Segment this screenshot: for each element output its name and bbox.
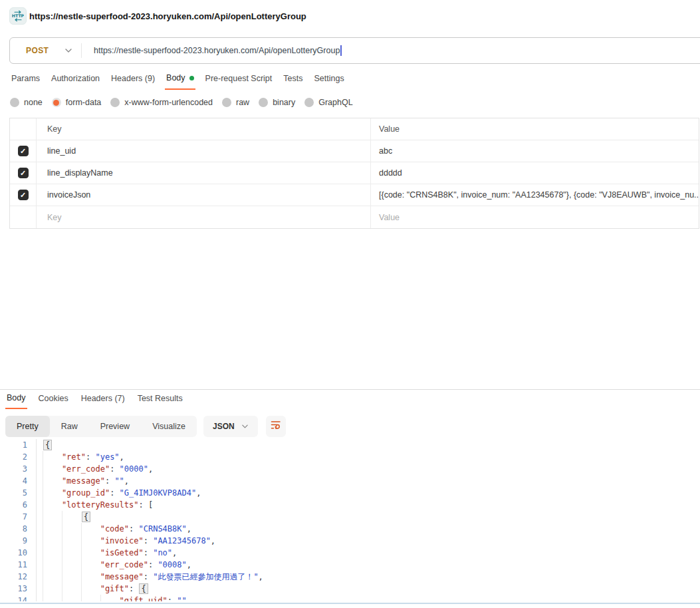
mode-form-data[interactable]: form-data xyxy=(52,98,102,107)
row-value-placeholder[interactable]: Value xyxy=(370,206,699,228)
code-text: "group_id": "G_4IMJ0KVP8AD4", xyxy=(37,487,201,499)
checkbox-cell xyxy=(10,206,36,228)
table-rows: ✓ line_uid abc ✓ line_displayName ddddd … xyxy=(10,140,699,206)
column-header-value: Value xyxy=(370,118,699,140)
code-line: 9 "invoice": "AA12345678", xyxy=(0,535,700,547)
line-number: 8 xyxy=(0,523,37,535)
row-key-cell[interactable]: line_uid xyxy=(36,140,370,162)
row-key-cell[interactable]: invoiceJson xyxy=(36,184,370,206)
tab-headers[interactable]: Headers (9) xyxy=(110,71,156,90)
row-checkbox[interactable]: ✓ xyxy=(18,146,29,156)
line-number: 13 xyxy=(0,583,37,595)
code-text: "err_code": "0000", xyxy=(37,463,153,475)
mode-none[interactable]: none xyxy=(10,98,43,107)
code-text: "lotteryResults": [ xyxy=(37,499,153,511)
body-mode-options: none form-data x-www-form-urlencoded raw… xyxy=(10,98,353,107)
code-line: 4 "message": "", xyxy=(0,475,700,487)
wrap-lines-button[interactable] xyxy=(266,416,286,437)
view-mode-preview[interactable]: Preview xyxy=(89,416,141,437)
response-tab-cookies[interactable]: Cookies xyxy=(37,392,70,409)
row-checkbox[interactable]: ✓ xyxy=(18,168,29,178)
line-number: 11 xyxy=(0,559,37,571)
response-tabs: Body Cookies Headers (7) Test Results xyxy=(5,392,184,409)
mode-binary[interactable]: binary xyxy=(259,98,295,107)
code-line: 2 "ret": "yes", xyxy=(0,451,700,463)
view-mode-segmented-control: Pretty Raw Preview Visualize xyxy=(5,416,197,437)
svg-text:HTTP: HTTP xyxy=(12,13,24,18)
radio-icon xyxy=(110,98,120,107)
row-key-placeholder[interactable]: Key xyxy=(36,206,370,228)
header-checkbox-cell xyxy=(10,118,36,140)
code-text: "gift": { xyxy=(37,583,149,595)
view-mode-pretty[interactable]: Pretty xyxy=(5,416,50,437)
line-number: 4 xyxy=(0,475,37,487)
code-text: "ret": "yes", xyxy=(37,451,124,463)
view-mode-raw[interactable]: Raw xyxy=(50,416,89,437)
line-number: 5 xyxy=(0,487,37,499)
tab-authorization[interactable]: Authorization xyxy=(50,71,101,90)
code-text: "isGeted": "no", xyxy=(37,547,177,559)
code-line: 10 "isGeted": "no", xyxy=(0,547,700,559)
mode-raw[interactable]: raw xyxy=(222,98,249,107)
tab-pre-request-script[interactable]: Pre-request Script xyxy=(204,71,274,90)
row-checkbox[interactable]: ✓ xyxy=(18,190,29,200)
request-tabs: Params Authorization Headers (9) Body Pr… xyxy=(10,71,346,90)
tab-body[interactable]: Body xyxy=(165,71,195,90)
table-row: ✓ invoiceJson [{code: "CRNS4B8K", invoic… xyxy=(10,184,699,206)
table-row: ✓ line_uid abc xyxy=(10,140,699,162)
method-dropdown[interactable]: POST xyxy=(10,38,81,63)
row-value-cell[interactable]: [{code: "CRNS4B8K", invoice_num: "AA1234… xyxy=(370,184,699,206)
wrap-lines-icon xyxy=(271,420,281,433)
tab-params[interactable]: Params xyxy=(10,71,41,90)
mode-x-www-form-urlencoded[interactable]: x-www-form-urlencoded xyxy=(110,98,213,107)
horizontal-scrollbar[interactable] xyxy=(0,603,700,604)
mode-graphql[interactable]: GraphQL xyxy=(304,98,352,107)
code-text: "gift_uid": "", xyxy=(37,595,191,601)
response-tab-test-results[interactable]: Test Results xyxy=(136,392,184,409)
form-data-table: Key Value ✓ line_uid abc ✓ line_displayN xyxy=(9,118,699,229)
line-number: 7 xyxy=(0,511,37,523)
radio-icon xyxy=(259,98,268,107)
code-line: 7 { xyxy=(0,511,700,523)
request-url-bar: POST https://nestle-superfood-2023.horyu… xyxy=(9,37,700,64)
code-text: "message": "", xyxy=(37,475,129,487)
code-line: 1 { xyxy=(0,439,700,451)
line-number: 12 xyxy=(0,571,37,583)
radio-icon xyxy=(304,98,314,107)
code-text: { xyxy=(37,439,53,451)
line-number: 14 xyxy=(0,595,37,601)
url-input[interactable]: https://nestle-superfood-2023.horyuken.c… xyxy=(82,38,342,63)
chevron-down-icon xyxy=(64,48,72,53)
row-key-cell[interactable]: line_displayName xyxy=(36,162,370,184)
response-divider xyxy=(0,389,700,390)
line-number: 3 xyxy=(0,463,37,475)
page-title: https://nestle-superfood-2023.horyuken.c… xyxy=(29,0,306,33)
response-body-code[interactable]: 1 { 2 "ret": "yes", 3 "err_code": "0000"… xyxy=(0,439,700,601)
body-unsaved-dot xyxy=(189,76,194,80)
tab-body-label: Body xyxy=(166,73,185,82)
response-toolbar: Pretty Raw Preview Visualize JSON xyxy=(5,416,286,437)
checkbox-cell: ✓ xyxy=(10,184,36,206)
postman-request-window: HTTP https://nestle-superfood-2023.horyu… xyxy=(0,0,700,608)
method-label: POST xyxy=(26,46,49,55)
row-value-cell[interactable]: ddddd xyxy=(370,162,699,184)
line-number: 1 xyxy=(0,439,37,451)
tab-settings[interactable]: Settings xyxy=(312,71,345,90)
code-text: "message": "此發票已經參加使用過了！", xyxy=(37,571,263,583)
table-header: Key Value xyxy=(10,118,699,140)
line-number: 10 xyxy=(0,547,37,559)
checkbox-cell: ✓ xyxy=(10,162,36,184)
tab-tests[interactable]: Tests xyxy=(282,71,304,90)
text-cursor xyxy=(340,45,342,56)
column-header-key: Key xyxy=(36,118,370,140)
format-select-value: JSON xyxy=(213,422,235,431)
code-line: 13 "gift": { xyxy=(0,583,700,595)
row-value-cell[interactable]: abc xyxy=(370,140,699,162)
code-line: 6 "lotteryResults": [ xyxy=(0,499,700,511)
view-mode-visualize[interactable]: Visualize xyxy=(141,416,197,437)
code-text: "code": "CRNS4B8K", xyxy=(37,523,191,535)
response-tab-body[interactable]: Body xyxy=(5,392,27,409)
format-select[interactable]: JSON xyxy=(203,416,258,437)
code-text: "invoice": "AA12345678", xyxy=(37,535,215,547)
response-tab-headers[interactable]: Headers (7) xyxy=(80,392,126,409)
